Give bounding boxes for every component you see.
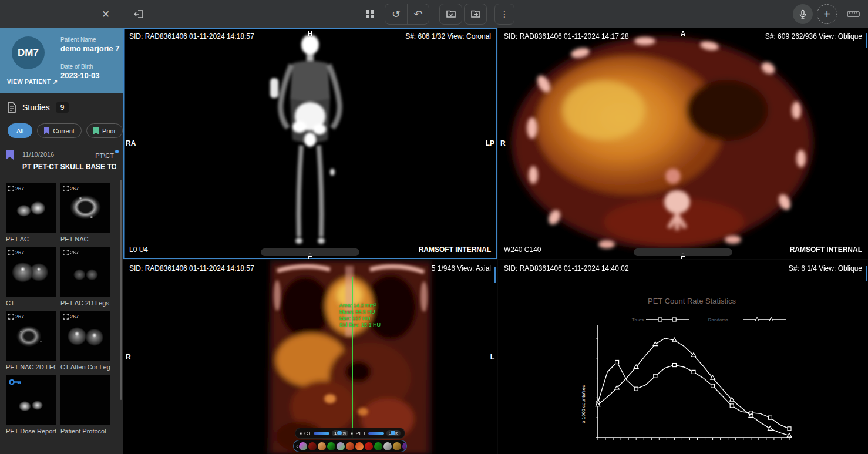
- sid-overlay: SID: RAD8361406 01-11-2024 14:18:57: [129, 32, 254, 41]
- patient-card: DM7 VIEW PATIENT ↗ Patient Name demo mar…: [0, 28, 123, 93]
- rotate-reset-icon[interactable]: ↺: [385, 4, 407, 24]
- key-icon: [9, 378, 22, 386]
- dob-label: Date of Birth: [60, 63, 93, 70]
- series-overlay: S#: 609 262/936 View: Oblique: [765, 32, 862, 41]
- colormap-swatch[interactable]: [365, 442, 373, 450]
- cine-scrollbar[interactable]: ⌄: [634, 248, 732, 256]
- frames-count-icon: [63, 250, 69, 255]
- filter-all[interactable]: All: [8, 123, 32, 138]
- more-menu-button[interactable]: ⋮: [494, 4, 514, 25]
- crosshair-vertical[interactable]: [352, 277, 353, 439]
- filter-prior[interactable]: Prior: [86, 123, 123, 138]
- pet-blend-slider[interactable]: [368, 432, 384, 435]
- lock-icon: [300, 431, 302, 436]
- thumbnail-pet-ac-2d-legs[interactable]: 267 PET AC 2D Legs: [60, 247, 110, 307]
- slice-position-indicator[interactable]: [494, 267, 496, 283]
- patient-name-label: Patient Name: [60, 36, 96, 43]
- window-level-overlay: L0 U4: [129, 246, 148, 254]
- lock-icon: [351, 431, 353, 436]
- colormap-swatch[interactable]: [383, 442, 392, 450]
- frames-count-icon: [8, 186, 14, 191]
- fusion-blend-toolbar: CT 100% PET 95%: [295, 428, 405, 439]
- legend-label: Randoms: [708, 317, 728, 322]
- view-patient-link[interactable]: VIEW PATIENT ↗: [7, 79, 58, 85]
- sid-overlay: SID: RAD8361406 01-11-2024 14:17:28: [504, 32, 629, 41]
- colormap-swatch[interactable]: [374, 442, 382, 450]
- sidebar-scrollbar[interactable]: [120, 180, 122, 400]
- colormap-swatch[interactable]: [337, 442, 345, 450]
- close-icon[interactable]: ✕: [96, 5, 115, 23]
- thumbnail-pet-dose-report[interactable]: PET Dose Report: [6, 375, 56, 435]
- colormap-swatch[interactable]: [327, 442, 335, 450]
- chart-title: PET Count Rate Statistics: [648, 297, 736, 305]
- patient-name: demo marjorie 7: [60, 44, 119, 53]
- filter-current[interactable]: Current: [37, 123, 82, 138]
- patient-avatar: DM7: [12, 36, 45, 69]
- top-toolbar: ✕ ↺ ↶ ⋮ +: [0, 0, 868, 28]
- study-modality: PT\CT: [95, 152, 114, 159]
- frames-count-icon: [63, 186, 69, 191]
- undo-icon[interactable]: ↶: [407, 4, 429, 24]
- rotate-undo-group: ↺ ↶: [385, 4, 429, 25]
- orientation-marker-left: RA: [126, 139, 136, 147]
- studies-header: Studies 9: [0, 93, 123, 117]
- viewport-grid: SID: RAD8361406 01-11-2024 14:18:57 S#: …: [123, 28, 868, 454]
- series-thumbnails: 267 PET AC 267 PET NAC 267 CT 267 PET AC…: [0, 177, 123, 439]
- thumbnail-pet-nac[interactable]: 267 PET NAC: [60, 183, 110, 243]
- frames-count-icon: [63, 314, 69, 320]
- study-title: PT PET-CT SKULL BASE TO ...: [22, 163, 116, 171]
- thumbnail-ct[interactable]: 267 CT: [6, 247, 56, 307]
- colormap-swatch[interactable]: [355, 442, 364, 450]
- viewer-app: ✕ ↺ ↶ ⋮ +: [0, 0, 868, 454]
- series-overlay: S#: 606 1/32 View: Coronal: [405, 32, 491, 41]
- fused-axial-image: [498, 28, 868, 259]
- thumbnail-pet-nac-2d-legs[interactable]: 267 PET NAC 2D LEGS: [6, 311, 56, 371]
- bookmark-icon: [6, 150, 14, 160]
- slice-position-indicator[interactable]: [866, 266, 867, 281]
- viewport-coronal-mip[interactable]: SID: RAD8361406 01-11-2024 14:18:57 S#: …: [123, 28, 497, 259]
- orientation-marker-right: LP: [486, 139, 494, 147]
- document-icon: [7, 102, 16, 113]
- slice-position-indicator[interactable]: [866, 33, 867, 48]
- logout-icon[interactable]: [130, 5, 149, 23]
- status-dot: [115, 150, 119, 153]
- study-list-item[interactable]: 11/10/2016 PT\CT PT PET-CT SKULL BASE TO…: [0, 145, 123, 177]
- folder-export-button[interactable]: [464, 4, 487, 25]
- bookmark-current-icon: [44, 127, 49, 134]
- cine-scrollbar[interactable]: ⌄: [261, 248, 359, 256]
- dob-value: 2023-10-03: [60, 71, 100, 80]
- colormap-palette-bar: ‹ ›: [293, 440, 407, 452]
- crosshair-horizontal[interactable]: [267, 334, 433, 334]
- viewport-fused-axial[interactable]: Area: 14.2 mm² Mean: 86.5 HU Max: 107 HU…: [123, 260, 497, 454]
- viewport-count-rate-chart[interactable]: PET Count Rate StatisticsTruesRandomsx 1…: [498, 260, 868, 454]
- folder-check-button[interactable]: [439, 4, 462, 25]
- facility-overlay: RAMSOFT INTERNAL: [419, 246, 491, 254]
- ruler-icon[interactable]: [844, 5, 863, 23]
- thumbnail-ct-atten-cor-legs[interactable]: 267 CT Atten Cor Legs: [60, 311, 110, 371]
- thumbnail-pet-ac[interactable]: 267 PET AC: [6, 183, 56, 243]
- microphone-button[interactable]: [793, 4, 813, 24]
- colormap-swatch[interactable]: [308, 442, 317, 450]
- study-filters: All Current Prior: [0, 117, 123, 145]
- folder-export-icon: [465, 4, 486, 24]
- colormap-swatch[interactable]: [346, 442, 354, 450]
- add-button[interactable]: +: [817, 4, 837, 24]
- window-level-overlay: W240 C140: [504, 246, 541, 254]
- ct-blend-slider[interactable]: [314, 432, 329, 435]
- series-overlay: S#: 6 1/4 View: Oblique: [789, 264, 862, 273]
- orientation-marker-top: H: [308, 30, 313, 38]
- fused-coronal-image: [123, 260, 497, 454]
- layout-grid-icon[interactable]: [361, 5, 379, 23]
- viewport-fused-oblique[interactable]: SID: RAD8361406 01-11-2024 14:17:28 S#: …: [498, 28, 868, 259]
- colormap-swatch[interactable]: [299, 442, 307, 450]
- colormap-swatch[interactable]: [393, 442, 401, 450]
- studies-title: Studies: [22, 103, 50, 112]
- thumbnail-patient-protocol[interactable]: Patient Protocol: [60, 375, 110, 435]
- pet-mip-image: [123, 28, 497, 259]
- ct-blend-label: CT: [304, 431, 311, 436]
- frames-count-icon: [8, 250, 14, 255]
- bookmark-prior-icon: [93, 127, 99, 134]
- palette-prev-icon[interactable]: ‹: [296, 443, 298, 449]
- colormap-swatch[interactable]: [318, 442, 326, 450]
- orientation-marker-top: A: [681, 30, 686, 38]
